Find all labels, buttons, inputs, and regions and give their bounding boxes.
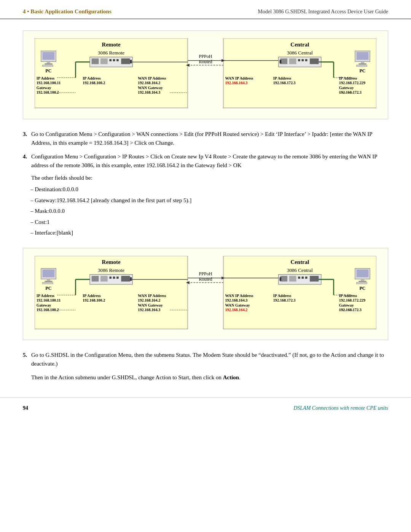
- svg-rect-22: [121, 58, 130, 64]
- svg-rect-48: [310, 58, 319, 64]
- page-header: 4 • Basic Application Configurations Mod…: [0, 0, 411, 19]
- svg-text:3086 Remote: 3086 Remote: [98, 50, 124, 56]
- svg-rect-23: [130, 60, 132, 63]
- other-fields-label: The other fields should be:: [31, 175, 388, 181]
- diagram-2: Remote Central PC IP Address 192.168.100…: [23, 248, 388, 340]
- svg-rect-71: [223, 256, 376, 329]
- step-4-text: Configuration Menu > Configuration > IP …: [31, 152, 388, 169]
- svg-rect-19: [109, 59, 112, 61]
- svg-text:IP Address: IP Address: [83, 293, 100, 297]
- page-number: 94: [23, 405, 28, 411]
- svg-text:IP Address: IP Address: [37, 76, 54, 80]
- svg-text:PPPoH: PPPoH: [199, 271, 212, 276]
- svg-rect-46: [302, 59, 304, 61]
- diagram-1: Remote Central PC IP Address 192.168.100…: [23, 30, 388, 119]
- svg-rect-117: [310, 276, 319, 281]
- step-3-text: Go to Configuration Menu > Configuration…: [31, 130, 388, 147]
- step-4: 4. Configuration Menu > Configuration > …: [23, 152, 388, 169]
- svg-text:Gateway: Gateway: [339, 303, 354, 307]
- step-5-action-word: Action: [223, 374, 239, 380]
- svg-rect-132: [361, 279, 364, 281]
- svg-text:Central: Central: [290, 259, 309, 265]
- sub-list: Destination:0.0.0.0 Gateway:192.168.164.…: [23, 185, 388, 237]
- svg-rect-91: [121, 276, 130, 281]
- svg-text:Remote: Remote: [102, 42, 121, 48]
- svg-rect-20: [113, 59, 115, 61]
- svg-rect-115: [302, 276, 304, 279]
- header-chapter: 4 • Basic Application Configurations: [23, 8, 112, 15]
- step-5-text-main: Go to G.SHDSL in the Configuration Menu,…: [31, 352, 384, 367]
- svg-rect-113: [289, 276, 296, 281]
- svg-text:PC: PC: [359, 68, 365, 73]
- svg-text:IP Address: IP Address: [37, 293, 54, 297]
- svg-text:WAN IP Address: WAN IP Address: [138, 293, 166, 297]
- svg-text:Routed: Routed: [199, 276, 212, 282]
- svg-text:192.168.172.3: 192.168.172.3: [339, 308, 362, 312]
- svg-text:192.168.100.11: 192.168.100.11: [37, 298, 61, 302]
- svg-text:WAN Gateway: WAN Gateway: [138, 86, 163, 90]
- svg-text:192.168.100.2: 192.168.100.2: [83, 81, 105, 85]
- page-footer: 94 DSLAM Connections with remote CPE uni…: [0, 397, 411, 419]
- svg-text:192.168.172.3: 192.168.172.3: [339, 90, 362, 94]
- sub-item-2: Gateway:192.168.164.2 [already changed i…: [30, 196, 388, 205]
- svg-rect-0: [35, 38, 188, 108]
- svg-text:IP Address: IP Address: [339, 76, 357, 80]
- svg-rect-2: [223, 38, 376, 108]
- svg-text:IP Address: IP Address: [273, 293, 291, 297]
- svg-rect-45: [298, 59, 300, 61]
- svg-rect-21: [116, 59, 119, 61]
- svg-text:PC: PC: [359, 285, 365, 291]
- svg-text:192.168.164.2: 192.168.164.2: [225, 308, 247, 312]
- svg-text:WAN Gateway: WAN Gateway: [138, 303, 163, 307]
- svg-rect-5: [43, 52, 55, 60]
- diagram-2-svg: Remote Central PC IP Address 192.168.100…: [35, 256, 376, 331]
- diagram-1-svg: Remote Central PC IP Address 192.168.100…: [35, 38, 376, 110]
- svg-rect-133: [358, 281, 366, 282]
- svg-rect-17: [92, 58, 99, 64]
- svg-text:Routed: Routed: [199, 59, 212, 64]
- svg-text:IP Address: IP Address: [273, 76, 291, 80]
- svg-text:192.168.172.3: 192.168.172.3: [273, 81, 296, 85]
- step-5-text2-content: Then in the Action submenu under G.SHDSL…: [31, 374, 223, 380]
- svg-rect-118: [280, 277, 282, 281]
- svg-rect-75: [47, 279, 50, 281]
- step-5-text3: .: [239, 374, 241, 380]
- step-3: 3. Go to Configuration Menu > Configurat…: [23, 130, 388, 147]
- svg-rect-87: [100, 276, 108, 281]
- svg-text:192.168.164.2: 192.168.164.2: [138, 298, 160, 302]
- header-title: Model 3086 G.SHDSL Integrated Access Dev…: [258, 9, 388, 15]
- svg-text:IP Address: IP Address: [83, 76, 100, 80]
- svg-rect-49: [280, 60, 282, 63]
- svg-text:192.168.100.2: 192.168.100.2: [37, 308, 59, 312]
- svg-rect-60: [361, 62, 364, 64]
- svg-rect-62: [357, 65, 367, 67]
- svg-rect-74: [43, 269, 55, 277]
- svg-text:192.168.100.11: 192.168.100.11: [37, 81, 61, 85]
- svg-text:192.168.164.3: 192.168.164.3: [138, 90, 160, 94]
- svg-rect-131: [357, 269, 369, 277]
- svg-text:192.168.164.3: 192.168.164.3: [225, 298, 247, 302]
- step-5-text2: Then in the Action submenu under G.SHDSL…: [31, 373, 388, 382]
- svg-rect-7: [45, 63, 53, 64]
- svg-text:PPPoH: PPPoH: [199, 54, 212, 59]
- svg-text:WAN IP Address: WAN IP Address: [138, 76, 166, 80]
- svg-rect-47: [305, 59, 307, 61]
- svg-text:192.168.164.2: 192.168.164.2: [138, 81, 160, 85]
- svg-rect-59: [357, 52, 369, 60]
- footer-title: DSLAM Connections with remote CPE units: [293, 405, 388, 411]
- svg-rect-61: [358, 63, 366, 64]
- svg-text:192.168.172.229: 192.168.172.229: [339, 81, 365, 85]
- svg-text:3086 Central: 3086 Central: [287, 267, 313, 273]
- sub-item-5: Interface:[blank]: [30, 228, 388, 237]
- svg-text:WAN IP Address: WAN IP Address: [225, 76, 253, 80]
- svg-text:3086 Remote: 3086 Remote: [98, 267, 124, 273]
- svg-rect-8: [43, 65, 53, 67]
- step-5: 5. Go to G.SHDSL in the Configuration Me…: [23, 351, 388, 368]
- svg-text:192.168.100.2: 192.168.100.2: [83, 298, 105, 302]
- svg-rect-77: [43, 282, 53, 284]
- svg-rect-44: [289, 58, 296, 64]
- svg-rect-76: [45, 281, 53, 282]
- svg-text:WAN Gateway: WAN Gateway: [225, 303, 250, 307]
- svg-text:192.168.172.3: 192.168.172.3: [273, 298, 296, 302]
- svg-rect-114: [298, 276, 300, 279]
